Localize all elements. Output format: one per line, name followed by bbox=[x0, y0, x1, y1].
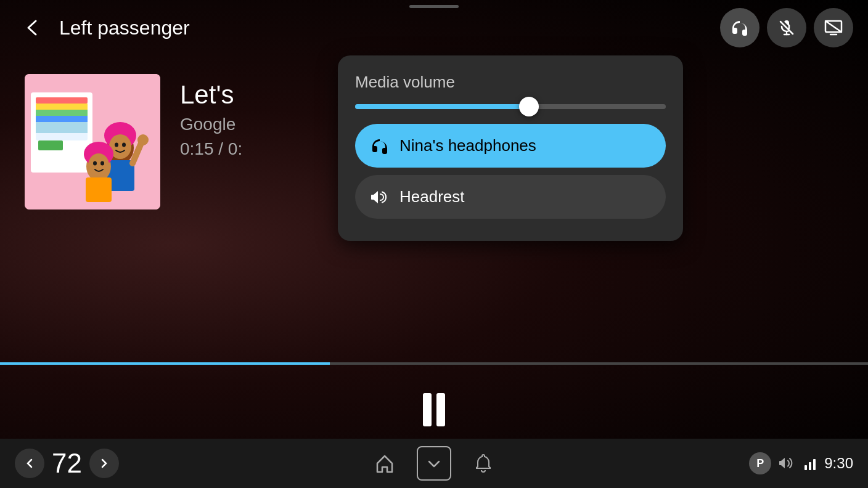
progress-container[interactable] bbox=[0, 362, 868, 365]
svg-rect-21 bbox=[86, 177, 112, 202]
svg-rect-6 bbox=[36, 97, 88, 104]
album-illustration bbox=[25, 74, 160, 209]
audio-output-headrest[interactable]: Headrest bbox=[355, 175, 666, 219]
profile-badge[interactable]: P bbox=[749, 452, 771, 474]
home-button[interactable] bbox=[367, 446, 402, 481]
svg-point-25 bbox=[100, 161, 104, 166]
status-time: 9:30 bbox=[824, 455, 853, 472]
volume-thumb[interactable] bbox=[519, 97, 539, 116]
svg-rect-11 bbox=[38, 140, 63, 150]
temp-increase-button[interactable] bbox=[89, 449, 119, 478]
pause-bar-left bbox=[423, 393, 432, 426]
dropdown-button[interactable] bbox=[417, 446, 451, 481]
back-button[interactable] bbox=[15, 10, 49, 45]
svg-point-17 bbox=[137, 134, 149, 145]
bell-icon bbox=[474, 453, 493, 474]
audio-output-ninas-headphones[interactable]: Nina's headphones bbox=[355, 124, 666, 168]
pause-button[interactable] bbox=[423, 393, 445, 426]
headphones-button[interactable] bbox=[720, 8, 760, 47]
volume-track bbox=[355, 104, 666, 109]
bottom-nav: 72 P bbox=[0, 439, 868, 488]
mic-off-button[interactable] bbox=[767, 8, 806, 47]
screen-off-icon bbox=[824, 20, 843, 36]
svg-rect-8 bbox=[36, 110, 88, 116]
bottom-center bbox=[367, 446, 501, 481]
ninas-headphones-label: Nina's headphones bbox=[399, 136, 536, 155]
headrest-label: Headrest bbox=[399, 187, 465, 206]
speaker-status-icon bbox=[779, 456, 796, 471]
album-art bbox=[25, 74, 160, 209]
home-icon bbox=[374, 452, 396, 474]
time-current: 0:15 bbox=[180, 139, 214, 158]
notification-button[interactable] bbox=[466, 446, 501, 481]
volume-panel: Media volume Nina's headphones Headrest bbox=[338, 55, 683, 241]
progress-background bbox=[0, 362, 868, 365]
chevron-right-icon bbox=[98, 457, 110, 470]
top-bar: Left passenger bbox=[0, 0, 868, 55]
volume-fill bbox=[355, 104, 529, 109]
svg-rect-26 bbox=[805, 465, 807, 470]
svg-point-20 bbox=[88, 153, 109, 177]
svg-point-22 bbox=[115, 143, 118, 147]
svg-line-2 bbox=[825, 21, 841, 32]
back-icon bbox=[22, 18, 42, 38]
bottom-left: 72 bbox=[15, 448, 119, 479]
playback-controls bbox=[423, 393, 445, 426]
headphones-icon bbox=[730, 19, 750, 36]
temp-decrease-button[interactable] bbox=[15, 449, 44, 478]
time-total: 0: bbox=[228, 139, 242, 158]
svg-rect-9 bbox=[36, 116, 88, 122]
bottom-right: P 9:30 bbox=[749, 452, 853, 474]
pause-bar-right bbox=[436, 393, 445, 426]
screen-off-button[interactable] bbox=[814, 8, 853, 47]
top-right-icons bbox=[720, 8, 853, 47]
mic-off-icon bbox=[778, 19, 795, 36]
svg-rect-10 bbox=[36, 122, 88, 133]
headphones-output-icon bbox=[370, 137, 390, 155]
dropdown-icon bbox=[425, 456, 443, 471]
svg-rect-27 bbox=[809, 462, 811, 470]
signal-bars-icon bbox=[803, 457, 817, 470]
volume-label: Media volume bbox=[355, 73, 666, 92]
chevron-left-icon bbox=[23, 457, 36, 470]
progress-fill bbox=[0, 362, 330, 365]
svg-point-23 bbox=[122, 143, 126, 147]
temperature-display: 72 bbox=[52, 448, 82, 479]
svg-rect-28 bbox=[813, 459, 816, 470]
speaker-output-icon bbox=[370, 189, 390, 206]
svg-point-24 bbox=[93, 161, 97, 166]
time-separator: / bbox=[218, 139, 228, 158]
volume-slider[interactable] bbox=[355, 104, 666, 109]
page-title: Left passenger bbox=[59, 17, 190, 39]
svg-rect-7 bbox=[36, 104, 88, 110]
